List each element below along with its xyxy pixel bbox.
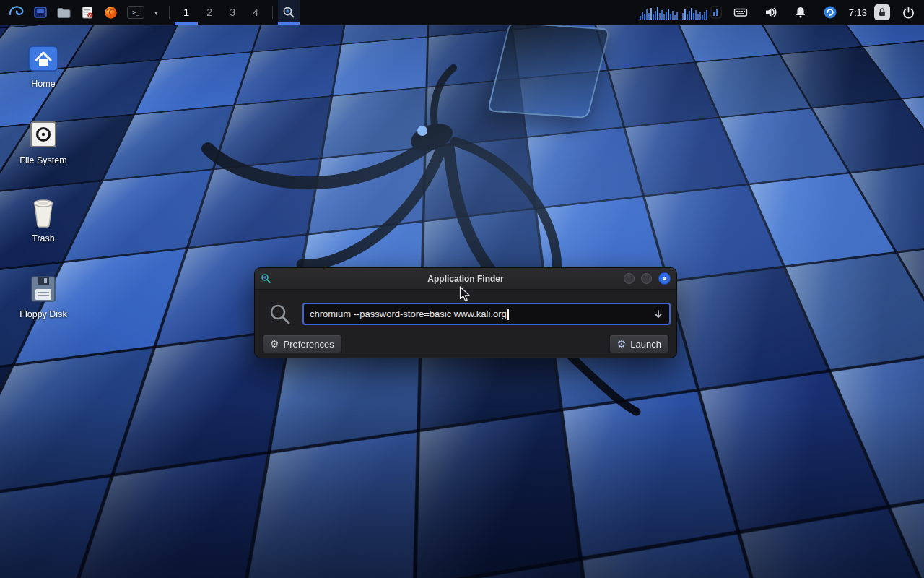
keyboard-tray-button[interactable] <box>729 0 752 25</box>
workspace-button-4[interactable]: 4 <box>244 0 267 25</box>
desktop-icon-file-system[interactable]: File System <box>9 118 78 165</box>
firefox-icon <box>103 5 118 20</box>
kali-logo-icon <box>7 4 25 21</box>
notifications-tray-button[interactable] <box>790 0 811 25</box>
app-finder-button[interactable] <box>278 0 300 25</box>
applications-menu-button[interactable] <box>3 0 29 25</box>
logout-button[interactable] <box>897 0 920 25</box>
system-monitor-graph[interactable] <box>639 4 722 20</box>
desktop-icon-label: Floppy Disk <box>19 309 66 319</box>
update-icon <box>823 5 837 20</box>
desktop-icon-home[interactable]: Home <box>9 42 78 89</box>
panel-left-cluster: >_ ▾ 1 2 3 4 <box>0 0 300 25</box>
workspace-label: 2 <box>206 7 212 18</box>
history-dropdown-button[interactable] <box>653 309 663 319</box>
workspace-button-2[interactable]: 2 <box>198 0 221 25</box>
bell-icon <box>794 6 807 19</box>
terminal-icon: >_ <box>127 6 144 19</box>
desktop-icon-floppy-disk[interactable]: Floppy Disk <box>9 274 78 319</box>
terminal-prompt-glyph: >_ <box>132 9 139 16</box>
updates-tray-button[interactable] <box>819 0 842 25</box>
window-manager-button[interactable] <box>29 0 52 25</box>
lock-screen-button[interactable] <box>874 4 890 20</box>
search-input[interactable]: chromium --password-store=basic www.kali… <box>302 303 671 325</box>
panel-separator <box>272 6 273 19</box>
preferences-button[interactable]: ⚙ Preferences <box>262 335 342 353</box>
maximize-button[interactable] <box>641 273 652 284</box>
keyboard-icon <box>733 5 748 20</box>
drive-icon <box>27 118 59 150</box>
window-controls: ✕ <box>617 272 671 285</box>
gear-icon: ⚙ <box>270 339 279 349</box>
volume-icon <box>764 5 778 20</box>
workspace-label: 3 <box>230 7 235 18</box>
text-editor-button[interactable] <box>76 0 99 25</box>
desktop-icon-label: Trash <box>32 233 55 243</box>
lock-icon <box>877 7 887 17</box>
desktop-icon-label: File System <box>19 155 66 165</box>
search-icon <box>282 6 295 19</box>
workspace-button-1[interactable]: 1 <box>175 0 198 25</box>
volume-tray-button[interactable] <box>759 0 783 25</box>
home-icon <box>27 42 60 74</box>
top-panel: >_ ▾ 1 2 3 4 <box>0 0 924 25</box>
trash-icon <box>29 197 58 228</box>
terminal-dropdown-button[interactable]: ▾ <box>149 0 164 25</box>
chevron-down-icon: ▾ <box>153 9 160 17</box>
folder-icon <box>56 5 71 20</box>
launch-button-label: Launch <box>630 339 661 350</box>
close-icon: ✕ <box>662 275 668 282</box>
search-input-value: chromium --password-store=basic www.kali… <box>310 309 507 319</box>
text-caret <box>507 309 509 320</box>
panel-right-cluster: 7:13 <box>639 0 924 25</box>
application-finder-window: Application Finder ✕ chromium --password… <box>254 267 677 358</box>
mouse-cursor <box>459 286 471 302</box>
search-icon <box>268 302 292 327</box>
document-edit-icon <box>80 5 95 20</box>
panel-separator <box>169 6 170 19</box>
minimize-button[interactable] <box>624 273 635 284</box>
window-app-icon <box>261 273 271 284</box>
workspace-label: 1 <box>183 7 189 18</box>
desktop-icon-trash[interactable]: Trash <box>9 197 78 243</box>
firefox-button[interactable] <box>99 0 123 25</box>
launch-button[interactable]: ⚙ Launch <box>609 335 669 353</box>
clock[interactable]: 7:13 <box>849 7 867 18</box>
arrow-down-icon <box>653 309 663 319</box>
workspace-label: 4 <box>253 7 258 18</box>
floppy-icon <box>28 274 58 304</box>
power-icon <box>902 6 915 20</box>
close-button[interactable]: ✕ <box>658 272 671 285</box>
window-icon <box>33 5 48 20</box>
workspace-button-3[interactable]: 3 <box>221 0 244 25</box>
window-title: Application Finder <box>255 274 676 284</box>
file-manager-button[interactable] <box>52 0 76 25</box>
preferences-button-label: Preferences <box>284 339 334 350</box>
terminal-button[interactable]: >_ <box>123 0 149 25</box>
launch-icon: ⚙ <box>617 339 627 349</box>
desktop-icon-label: Home <box>31 79 55 89</box>
